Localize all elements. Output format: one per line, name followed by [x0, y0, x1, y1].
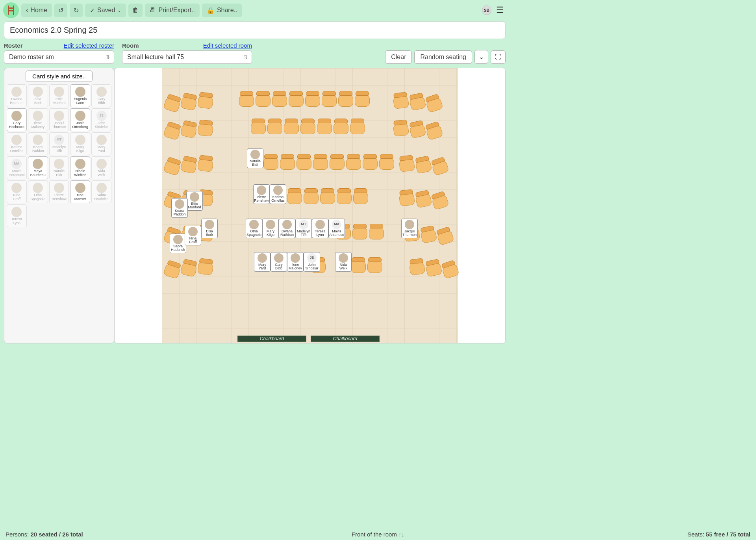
seat[interactable]	[424, 93, 444, 113]
seat[interactable]	[414, 156, 432, 174]
placed-person[interactable]: JacquiThurmon	[401, 219, 418, 238]
delete-button[interactable]: 🗑	[128, 4, 143, 17]
placed-person[interactable]: ElsaBork	[201, 219, 218, 238]
seat[interactable]	[296, 154, 311, 170]
seat[interactable]	[317, 119, 332, 134]
placed-person[interactable]: KearaPaddon	[171, 198, 188, 218]
placed-person[interactable]: OthaSpagnolo	[246, 219, 262, 238]
seat[interactable]	[180, 93, 198, 111]
share-button[interactable]: 🔒 Share..	[202, 4, 242, 17]
fullscreen-button[interactable]: ⛶	[491, 50, 506, 64]
placed-person[interactable]: MaryYard	[254, 252, 271, 272]
placed-person[interactable]: PierreRenshaw	[253, 184, 270, 204]
roster-card[interactable]: IleneMaloney	[28, 108, 48, 131]
seat[interactable]	[424, 121, 444, 141]
seat[interactable]	[441, 260, 460, 279]
placed-person[interactable]: TeresaLynn	[312, 219, 328, 238]
seat[interactable]	[367, 257, 382, 273]
seat[interactable]	[280, 154, 295, 170]
seat[interactable]	[284, 119, 299, 134]
roster-card[interactable]: JSJohnSindelar	[91, 108, 111, 131]
seat[interactable]	[197, 155, 214, 172]
placed-person[interactable]: MTMadelynTifft	[295, 219, 312, 238]
seat[interactable]	[313, 154, 328, 170]
user-avatar[interactable]: SB	[482, 6, 491, 15]
random-seating-dropdown[interactable]: ⌄	[474, 50, 488, 64]
seat[interactable]	[409, 258, 425, 275]
roster-card[interactable]: RaeManser	[70, 180, 90, 203]
home-button[interactable]: ‹ Home	[21, 4, 52, 17]
seat[interactable]	[338, 91, 353, 107]
placed-person[interactable]: NidaWelk	[335, 252, 352, 272]
seat[interactable]	[163, 93, 182, 113]
roster-card[interactable]: KearaPaddon	[28, 132, 48, 155]
seat[interactable]	[351, 257, 366, 273]
seat[interactable]	[398, 189, 415, 206]
card-style-button[interactable]: Card style and size..	[26, 71, 93, 82]
redo-button[interactable]: ↻	[70, 4, 83, 17]
seat[interactable]	[352, 224, 367, 239]
roster-select[interactable]: Demo roster sm ⇅	[4, 50, 114, 64]
roster-card[interactable]: NidaWelk	[91, 156, 111, 179]
roster-card[interactable]: MAMavisAntonucci	[7, 156, 27, 179]
seat[interactable]	[197, 119, 214, 137]
roster-card[interactable]: KarimaOrnellas	[7, 132, 27, 155]
hamburger-menu-icon[interactable]: ☰	[494, 5, 506, 15]
undo-button[interactable]: ↺	[54, 4, 67, 17]
seat[interactable]	[272, 91, 287, 107]
placed-person[interactable]: NinaCroff	[185, 226, 201, 245]
seat[interactable]	[355, 91, 370, 107]
print-export-button[interactable]: 🖶 Print/Export..	[145, 4, 199, 17]
seat[interactable]	[353, 188, 368, 204]
seat[interactable]	[251, 119, 266, 134]
placed-person[interactable]: EttieMunford	[186, 191, 203, 211]
roster-card[interactable]: EttieMunford	[49, 84, 69, 107]
placed-person[interactable]: IleneMaloney	[287, 252, 304, 272]
roster-card[interactable]: NinaCroff	[7, 180, 27, 203]
room-canvas[interactable]: NataliaEidtEttieMunfordKearaPaddonPierre…	[114, 68, 506, 343]
clear-button[interactable]: Clear	[385, 50, 412, 64]
seat[interactable]	[322, 91, 337, 107]
seat[interactable]	[393, 119, 409, 137]
seat[interactable]	[393, 92, 409, 109]
seat[interactable]	[398, 155, 415, 172]
seat[interactable]	[163, 260, 182, 279]
roster-card[interactable]: TeresaLynn	[7, 204, 27, 227]
roster-card[interactable]: MayaBourbeau	[28, 156, 48, 179]
seat[interactable]	[263, 154, 278, 170]
room-floor[interactable]: NataliaEidtEttieMunfordKearaPaddonPierre…	[162, 68, 458, 343]
seat[interactable]	[414, 190, 432, 208]
roster-card[interactable]: NataliaEidt	[49, 156, 69, 179]
roster-card[interactable]: SabraHaubrich	[91, 180, 111, 203]
roster-card[interactable]: MaryKilgo	[70, 132, 90, 155]
edit-roster-link[interactable]: Edit selected roster	[64, 42, 114, 49]
seat[interactable]	[379, 154, 394, 170]
placed-person[interactable]: NataliaEidt	[247, 148, 263, 168]
seat[interactable]	[163, 156, 182, 176]
placed-person[interactable]: KarimaOrnellas	[270, 184, 286, 204]
seat[interactable]	[424, 259, 442, 277]
roster-card[interactable]: GaryBibb	[91, 84, 111, 107]
seat[interactable]	[435, 226, 455, 246]
placed-person[interactable]: DwanaRathbun	[279, 219, 295, 238]
seat[interactable]	[408, 120, 426, 139]
roster-card[interactable]: NicoleWinfree	[70, 156, 90, 179]
roster-card[interactable]: DwanaRathbun	[7, 84, 27, 107]
placed-person[interactable]: GaryBibb	[271, 252, 287, 272]
seat[interactable]	[163, 121, 182, 141]
seat[interactable]	[267, 119, 282, 134]
saved-status-button[interactable]: ✓ Saved ⌄	[85, 4, 126, 17]
edit-room-link[interactable]: Edit selected room	[203, 42, 252, 49]
seat[interactable]	[363, 154, 378, 170]
placed-person[interactable]: SabraHaubrich	[170, 234, 186, 253]
seat[interactable]	[330, 154, 345, 170]
seat[interactable]	[350, 119, 365, 134]
roster-card[interactable]: ElsaBork	[28, 84, 48, 107]
seat[interactable]	[337, 188, 352, 204]
seat[interactable]	[334, 119, 348, 134]
placed-person[interactable]: JSJohnSindelar	[304, 252, 320, 272]
seat[interactable]	[430, 191, 450, 210]
seat[interactable]	[369, 224, 384, 239]
seat[interactable]	[197, 92, 214, 109]
seat[interactable]	[289, 91, 304, 107]
